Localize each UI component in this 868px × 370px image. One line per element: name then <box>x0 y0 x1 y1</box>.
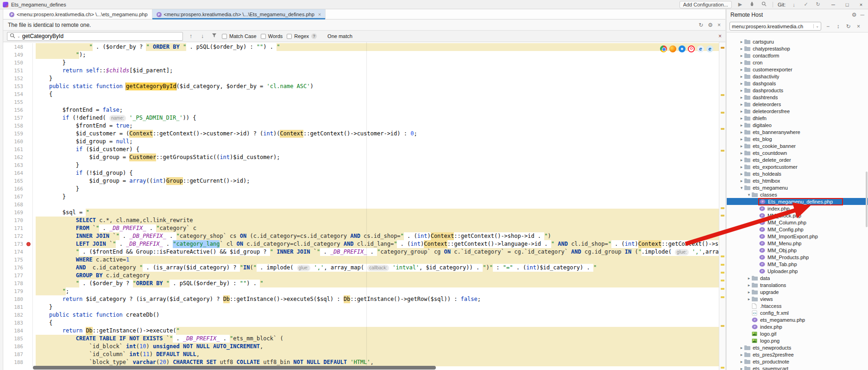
tree-item-classes[interactable]: ▾classes <box>727 191 868 198</box>
chevron-right-icon[interactable]: ▸ <box>739 151 744 155</box>
stripe-mark[interactable] <box>721 150 724 152</box>
find-bar-close-icon[interactable]: × <box>718 33 722 39</box>
code-line-177[interactable]: 177 GROUP BY c.id_category <box>3 272 719 280</box>
chevron-right-icon[interactable]: ▸ <box>739 172 744 176</box>
chevron-down-icon[interactable]: ▾ <box>746 192 752 197</box>
stripe-mark[interactable] <box>721 264 724 266</box>
stripe-mark[interactable] <box>721 367 724 369</box>
stripe-mark[interactable] <box>721 272 724 274</box>
settings-gear-icon[interactable]: ⚙ <box>708 22 713 28</box>
add-configuration-button[interactable]: Add Configuration... <box>679 1 732 8</box>
stripe-mark[interactable] <box>721 215 724 217</box>
chevron-right-icon[interactable]: ▸ <box>739 345 744 350</box>
stripe-mark[interactable] <box>721 207 724 209</box>
tree-item-ets_delete_order[interactable]: ▸ets_delete_order <box>727 156 868 163</box>
tab-close-icon[interactable]: × <box>318 12 321 17</box>
code-line-151[interactable]: 151 return self::$childs[$id_parent]; <box>3 67 719 75</box>
chevron-right-icon[interactable]: ▸ <box>739 116 744 121</box>
chevron-right-icon[interactable]: ▸ <box>739 366 744 370</box>
banner-close-icon[interactable]: × <box>717 22 721 28</box>
stripe-mark[interactable] <box>721 280 724 281</box>
edge-icon[interactable]: e <box>706 45 713 52</box>
chevron-right-icon[interactable]: ▸ <box>739 144 744 148</box>
maximize-button[interactable]: □ <box>840 0 854 9</box>
code-line-180[interactable]: 180 return $id_category ? (is_array($id_… <box>3 295 719 303</box>
code-line-161[interactable]: 161 if ($id_customer) { <box>3 146 719 153</box>
debug-icon[interactable] <box>748 1 756 7</box>
code-line-172[interactable]: 172 INNER JOIN `" . _DB_PREFIX_ . "categ… <box>3 232 719 240</box>
code-line-164[interactable]: 164 if (!$id_group) { <box>3 169 719 177</box>
code-line-154[interactable]: 154 { <box>3 90 719 98</box>
refresh-icon[interactable]: ↻ <box>845 23 852 30</box>
code-line-167[interactable]: 167 } <box>3 193 719 201</box>
tree-item-views[interactable]: ▸views <box>727 295 868 302</box>
safari-icon[interactable] <box>679 45 686 52</box>
chevron-right-icon[interactable]: ▸ <box>739 67 744 72</box>
code-line-155[interactable]: 155 <box>3 98 719 106</box>
words-checkbox[interactable]: Words <box>261 33 283 39</box>
tree-item-ets_pres2presfree[interactable]: ▸ets_pres2presfree <box>727 351 868 358</box>
code-line-168[interactable]: 168 <box>3 201 719 209</box>
code-line-178[interactable]: 178 " . ($order_by ? "ORDER BY " . pSQL(… <box>3 280 719 287</box>
minimize-button[interactable]: ─ <box>826 0 840 9</box>
chevron-right-icon[interactable]: ▸ <box>739 46 744 51</box>
tree-item-ets_exportcustomer[interactable]: ▸ets_exportcustomer <box>727 163 868 170</box>
tree-item-dashactivity[interactable]: ▸dashactivity <box>727 73 868 80</box>
search-field[interactable]: ⌄ <box>7 32 183 41</box>
code-line-157[interactable]: 157 if (!defined( name: '_PS_ADMIN_DIR_'… <box>3 114 719 122</box>
tree-scrollbar-thumb[interactable] <box>866 172 868 227</box>
chevron-right-icon[interactable]: ▸ <box>746 297 752 301</box>
chevron-right-icon[interactable]: ▸ <box>746 283 752 287</box>
hide-panel-icon[interactable]: ─ <box>860 12 864 18</box>
code-line-175[interactable]: 175 WHERE c.active=1 <box>3 256 719 264</box>
chevron-right-icon[interactable]: ▸ <box>739 88 744 93</box>
tree-item-MM_Menu.php[interactable]: PMM_Menu.php <box>727 240 868 247</box>
tree-item-chatyprestashop[interactable]: ▸chatyprestashop <box>727 45 868 52</box>
code-line-160[interactable]: 160 $id_group = null; <box>3 138 719 146</box>
chevron-right-icon[interactable]: ▸ <box>746 290 752 294</box>
search-input[interactable] <box>22 33 180 39</box>
chevron-right-icon[interactable]: ▸ <box>739 352 744 357</box>
tree-item-logo.png[interactable]: logo.png <box>727 337 868 344</box>
code-line-150[interactable]: 150 } <box>3 59 719 67</box>
code-line-186[interactable]: 186 `id_block` int(10) unsigned NOT NULL… <box>3 343 719 351</box>
tree-item-Ets_megamenu_defines.php[interactable]: PEts_megamenu_defines.php <box>727 198 868 205</box>
stripe-mark[interactable] <box>721 47 724 49</box>
regex-checkbox[interactable]: Regex ? <box>287 33 317 39</box>
tree-item-dashtrends[interactable]: ▸dashtrends <box>727 94 868 101</box>
tree-item-cron[interactable]: ▸cron <box>727 59 868 66</box>
tree-item-translations[interactable]: ▸translations <box>727 281 868 288</box>
git-commit-icon[interactable]: ✓ <box>802 1 810 7</box>
code-line-179[interactable]: 179 "; <box>3 287 719 295</box>
code-line-170[interactable]: 170 SELECT c.*, cl.name,cl.link_rewrite <box>3 217 719 224</box>
tree-item-logo.gif[interactable]: logo.gif <box>727 330 868 337</box>
code-line-149[interactable]: 149 "); <box>3 51 719 59</box>
firefox-icon[interactable] <box>669 45 676 52</box>
code-editor[interactable]: 148 " . ($order_by ? " ORDER BY " . pSQL… <box>3 42 725 370</box>
stripe-mark[interactable] <box>721 296 724 298</box>
chevron-right-icon[interactable]: ▸ <box>739 74 744 79</box>
code-line-158[interactable]: 158 $frontEnd = true; <box>3 122 719 130</box>
tree-item-ets_newproducts[interactable]: ▸ets_newproducts <box>727 344 868 351</box>
chevron-right-icon[interactable]: ▸ <box>739 102 744 107</box>
chevron-right-icon[interactable]: ▸ <box>739 359 744 364</box>
tree-item-digitaleo[interactable]: ▸digitaleo <box>727 121 868 128</box>
tree-item-MM_Tab.php[interactable]: PMM_Tab.php <box>727 261 868 268</box>
code-line-152[interactable]: 152 } <box>3 75 719 83</box>
tree-item-MM_Obj.php[interactable]: PMM_Obj.php <box>727 247 868 254</box>
tree-item-MM_Block.php[interactable]: PMM_Block.php <box>727 212 868 219</box>
code-line-148[interactable]: 148 " . ($order_by ? " ORDER BY " . pSQL… <box>3 43 719 51</box>
tree-item-MM_Config.php[interactable]: PMM_Config.php <box>727 226 868 233</box>
tab-ets-megamenu-php[interactable]: P <menu:prospero.kreativmedia.ch> \...\e… <box>5 9 152 19</box>
tree-item-deleteordersfree[interactable]: ▸deleteordersfree <box>727 108 868 115</box>
code-line-173[interactable]: 173 LEFT JOIN `" . _DB_PREFIX_ . "catego… <box>3 240 719 248</box>
code-line-181[interactable]: 181 } <box>3 303 719 311</box>
git-refresh-icon[interactable]: ↻ <box>814 1 822 7</box>
stripe-mark[interactable] <box>721 288 724 290</box>
code-line-188[interactable]: 188 `block_type` varchar(20) CHARACTER S… <box>3 358 719 366</box>
next-occurrence-icon[interactable]: ↓ <box>199 33 206 39</box>
tree-item-dhlefn[interactable]: ▸dhlefn <box>727 115 868 121</box>
tree-item-ets_countdown[interactable]: ▸ets_countdown <box>727 149 868 156</box>
tree-item-ets_cookie_banner[interactable]: ▸ets_cookie_banner <box>727 142 868 149</box>
code-line-187[interactable]: 187 `id_column` int(11) DEFAULT NULL, <box>3 351 719 358</box>
